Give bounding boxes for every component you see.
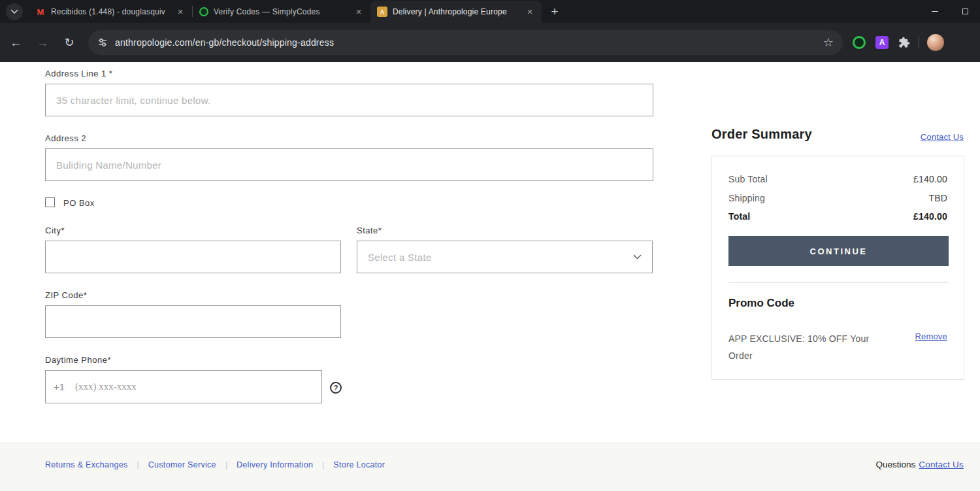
- subtotal-row: Sub Total £140.00: [728, 174, 947, 184]
- new-tab-button[interactable]: +: [546, 3, 564, 21]
- contact-us-link[interactable]: Contact Us: [885, 132, 964, 142]
- shipping-row: Shipping TBD: [728, 193, 947, 203]
- address1-label: Address Line 1 *: [45, 69, 112, 78]
- subtotal-value: £140.00: [913, 174, 947, 184]
- subtotal-label: Sub Total: [728, 174, 768, 184]
- phone-input[interactable]: [75, 381, 314, 392]
- city-input[interactable]: [45, 241, 341, 273]
- state-select-value: Select a State: [368, 252, 432, 263]
- toolbar-separator: [919, 37, 919, 48]
- phone-label: Daytime Phone*: [45, 355, 111, 365]
- window-controls: [920, 0, 980, 23]
- order-summary-card: Sub Total £140.00 Shipping TBD Total £14…: [711, 156, 964, 380]
- shipping-value: TBD: [928, 193, 947, 203]
- footer-contact-us-link[interactable]: Contact Us: [919, 460, 964, 469]
- questions-label: Questions: [875, 460, 915, 469]
- footer-link-store-locator[interactable]: Store Locator: [333, 460, 385, 469]
- summary-divider: [728, 282, 949, 283]
- bookmark-star-icon[interactable]: ☆: [823, 35, 834, 50]
- applied-promo-text: APP EXCLUSIVE: 10% OFF Your Order: [728, 330, 890, 364]
- po-box-label: PO Box: [63, 198, 95, 208]
- profile-avatar[interactable]: [927, 34, 944, 51]
- tab-simplycodes[interactable]: Verify Codes — SimplyCodes ✕: [193, 1, 370, 23]
- order-summary-title: Order Summary: [711, 127, 812, 142]
- zip-label: ZIP Code*: [45, 290, 87, 300]
- footer-link-separator: |: [137, 460, 139, 469]
- tab-strip: M Recibidos (1.448) - douglasquiv ✕ Veri…: [0, 0, 980, 23]
- promo-code-title: Promo Code: [728, 297, 794, 310]
- minimize-button[interactable]: [920, 0, 950, 23]
- checkout-shipping-page: Address Line 1 * Address 2 PO Box City* …: [0, 62, 980, 443]
- extension-icon-a[interactable]: A: [875, 36, 889, 49]
- tab-close-icon[interactable]: ✕: [175, 7, 186, 17]
- footer-link-delivery-info[interactable]: Delivery Information: [237, 460, 313, 469]
- state-select[interactable]: Select a State: [357, 241, 653, 273]
- maximize-button[interactable]: [950, 0, 980, 23]
- extension-icon-green[interactable]: [853, 36, 866, 49]
- remove-promo-link[interactable]: Remove: [915, 331, 947, 341]
- zip-input[interactable]: [45, 305, 341, 338]
- total-label: Total: [728, 211, 750, 222]
- total-row: Total £140.00: [728, 211, 947, 222]
- phone-help-icon[interactable]: ?: [330, 382, 342, 394]
- minimize-icon: [932, 11, 938, 12]
- extensions-menu-button[interactable]: [898, 37, 910, 48]
- total-value: £140.00: [913, 211, 947, 222]
- address2-label: Address 2: [45, 133, 86, 143]
- footer-link-separator: |: [322, 460, 324, 469]
- phone-country-prefix: +1: [54, 381, 65, 392]
- address2-input[interactable]: [45, 148, 653, 181]
- tab-anthropologie[interactable]: A Delivery | Anthropologie Europe ✕: [370, 1, 542, 23]
- green-circle-icon: [853, 36, 866, 49]
- url-text: anthropologie.com/en-gb/checkout/shippin…: [115, 37, 817, 48]
- footer-links: Returns & Exchanges | Customer Service |…: [45, 460, 385, 469]
- anthropologie-icon: A: [377, 7, 387, 17]
- footer-link-separator: |: [225, 460, 227, 469]
- footer-questions: QuestionsContact Us: [875, 460, 964, 469]
- address-bar[interactable]: anthropologie.com/en-gb/checkout/shippin…: [88, 30, 843, 55]
- tab-close-icon[interactable]: ✕: [353, 7, 364, 17]
- maximize-icon: [962, 8, 968, 14]
- tab-gmail[interactable]: M Recibidos (1.448) - douglasquiv ✕: [29, 1, 192, 23]
- tab-search-button[interactable]: [6, 3, 23, 20]
- address1-input[interactable]: [45, 84, 653, 116]
- site-info-icon[interactable]: [97, 37, 108, 48]
- reload-button[interactable]: ↻: [58, 31, 80, 54]
- footer-link-returns[interactable]: Returns & Exchanges: [45, 460, 128, 469]
- puzzle-icon: [898, 37, 910, 48]
- chevron-down-icon: [10, 9, 18, 14]
- back-button[interactable]: ←: [5, 31, 27, 54]
- tab-title: Recibidos (1.448) - douglasquiv: [51, 7, 170, 16]
- tab-title: Verify Codes — SimplyCodes: [214, 7, 348, 16]
- phone-field[interactable]: +1: [45, 370, 322, 403]
- forward-button[interactable]: →: [31, 31, 54, 54]
- tab-title: Delivery | Anthropologie Europe: [393, 7, 519, 16]
- page-footer: Returns & Exchanges | Customer Service |…: [0, 443, 980, 491]
- state-label: State*: [357, 226, 382, 235]
- shipping-label: Shipping: [728, 193, 765, 203]
- gmail-icon: M: [35, 7, 46, 17]
- simplycodes-icon: [199, 7, 208, 16]
- browser-toolbar: ← → ↻ anthropologie.com/en-gb/checkout/s…: [0, 23, 980, 62]
- chevron-down-icon: [633, 254, 642, 260]
- continue-button[interactable]: CONTINUE: [728, 236, 949, 266]
- tab-close-icon[interactable]: ✕: [525, 7, 535, 17]
- footer-link-customer-service[interactable]: Customer Service: [148, 460, 216, 469]
- city-label: City*: [45, 226, 65, 235]
- po-box-checkbox[interactable]: [45, 197, 55, 207]
